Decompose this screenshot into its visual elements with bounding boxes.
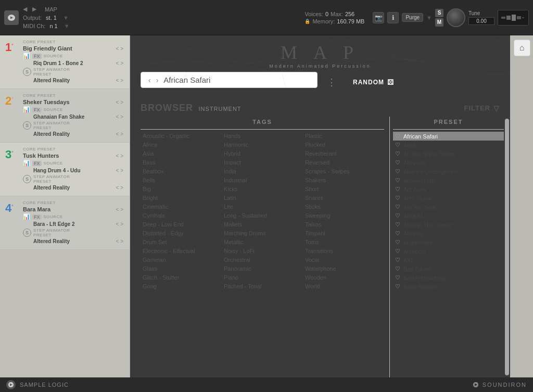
tag-item[interactable]: Reversed — [303, 158, 384, 167]
heart-icon[interactable]: ♡ — [395, 177, 400, 184]
layer-3-step-arrows[interactable]: < > — [116, 185, 123, 191]
layer-1-step-arrows[interactable]: < > — [116, 78, 123, 83]
tag-item[interactable]: Africa — [141, 141, 222, 149]
tag-item[interactable]: Impact — [222, 158, 303, 167]
heart-icon[interactable]: ♡ — [395, 221, 400, 228]
tag-item[interactable]: Shakers — [303, 176, 384, 184]
layer-2-step-arrows[interactable]: < > — [116, 131, 123, 137]
tag-item[interactable]: World — [303, 282, 384, 290]
heart-icon[interactable]: ♡ — [395, 168, 400, 175]
midi-dropdown[interactable]: ▼ — [64, 23, 70, 29]
preset-item[interactable]: ♡Bass Studies — [393, 282, 504, 291]
tag-item[interactable]: Drum Set — [141, 238, 222, 246]
tag-item[interactable]: Beatbox — [141, 167, 222, 175]
output-dropdown[interactable]: ▼ — [63, 15, 69, 21]
filter-button[interactable]: FILTER ▽ — [464, 104, 500, 112]
preset-item[interactable]: ♡Atrophy — [393, 229, 504, 238]
preset-item[interactable]: ♡Augmented — [393, 238, 504, 247]
purge-button[interactable]: Purge — [402, 13, 423, 22]
tag-item[interactable]: India — [222, 167, 303, 175]
tag-item[interactable]: Bells — [141, 176, 222, 184]
logo-icon[interactable] — [4, 10, 19, 25]
info-icon[interactable]: ℹ — [387, 12, 399, 23]
preset-item[interactable]: ♡Are We Safe — [393, 203, 504, 211]
tag-item[interactable]: Timpani — [303, 229, 384, 237]
preset-item[interactable]: ♡Ants Come — [393, 194, 504, 203]
preset-item[interactable]: ♡African Safari — [393, 132, 504, 141]
heart-icon[interactable]: ♡ — [395, 204, 400, 210]
tag-item[interactable]: Lite — [222, 203, 303, 211]
layer-3-source-arrows[interactable]: < > — [116, 168, 123, 173]
tag-item[interactable]: Distorted - Edgy — [141, 229, 222, 237]
preset-next-arrow[interactable]: › — [156, 76, 159, 84]
nav-arrow-left[interactable]: ◀ — [23, 6, 27, 12]
tag-item[interactable]: Glass — [141, 264, 222, 273]
preset-item[interactable]: ♡Alleyway — [393, 158, 504, 167]
tag-item[interactable]: Electronic - Effectual — [141, 247, 222, 255]
tag-item[interactable]: Plastic — [303, 132, 384, 140]
tag-item[interactable]: Reverberant — [303, 149, 384, 158]
layer-1-core-arrows[interactable]: < > — [116, 46, 123, 52]
tag-item[interactable]: Bright — [141, 194, 222, 202]
home-button[interactable]: ⌂ — [514, 40, 530, 56]
purge-dropdown[interactable]: ▼ — [426, 15, 432, 21]
random-button[interactable]: FILTER RANDOM ⚄ — [346, 74, 401, 90]
tag-item[interactable]: Big — [141, 185, 222, 193]
preset-item[interactable]: ♡Ant Army — [393, 185, 504, 194]
heart-icon[interactable]: ♡ — [395, 239, 400, 246]
tag-item[interactable]: Plucked — [303, 141, 384, 149]
tag-item[interactable]: Long - Sustained — [222, 211, 303, 220]
heart-icon[interactable]: ♡ — [395, 265, 400, 272]
preset-item[interactable]: ♡Autobots — [393, 247, 504, 256]
tag-item[interactable]: Cymbals — [141, 211, 222, 220]
tag-item[interactable]: Transitions — [303, 247, 384, 255]
tag-item[interactable]: Latin — [222, 194, 303, 202]
tag-item[interactable]: Kicks — [222, 185, 303, 193]
tune-knob[interactable] — [447, 8, 465, 27]
tag-item[interactable]: Marching Drums — [222, 229, 303, 237]
preset-scrollbar[interactable] — [505, 119, 509, 375]
layer-3-core-arrows[interactable]: < > — [116, 153, 123, 159]
tag-item[interactable]: Wooden — [303, 273, 384, 282]
heart-icon[interactable]: ♡ — [395, 212, 400, 219]
m-badge[interactable]: M — [435, 18, 443, 27]
tag-item[interactable]: Glitch - Stutter — [141, 273, 222, 282]
heart-icon[interactable]: ♡ — [395, 248, 400, 255]
tag-item[interactable]: Industrial — [222, 176, 303, 184]
tag-item[interactable]: Vocal — [303, 256, 384, 264]
tag-item[interactable]: Gong — [141, 282, 222, 290]
preset-item[interactable]: ♡Around The Corner — [393, 220, 504, 229]
tag-item[interactable]: Asia — [141, 149, 222, 158]
layer-2-source-arrows[interactable]: < > — [116, 114, 123, 120]
heart-icon[interactable]: ♡ — [395, 142, 400, 148]
layer-4-source-arrows[interactable]: < > — [116, 221, 123, 227]
preset-item[interactable]: ♡All The Shiny Things — [393, 149, 504, 158]
tag-item[interactable]: Sticks — [303, 203, 384, 211]
tag-item[interactable]: Hybrid — [222, 149, 303, 158]
preset-item[interactable]: ♡Barely Breathing — [393, 273, 504, 282]
tag-item[interactable]: Deep - Low End — [141, 220, 222, 229]
heart-icon[interactable]: ♡ — [395, 186, 400, 193]
tag-item[interactable]: Gamelan — [141, 256, 222, 264]
tag-item[interactable]: Piano — [222, 273, 303, 282]
tag-item[interactable]: Noisy - LoFi — [222, 247, 303, 255]
tag-item[interactable]: Metallic — [222, 238, 303, 246]
tag-item[interactable]: Bass — [141, 158, 222, 167]
tag-item[interactable]: Cinematic — [141, 203, 222, 211]
preset-item[interactable]: ♡Ancient Gifts — [393, 176, 504, 185]
camera-icon[interactable]: 📷 — [373, 12, 384, 23]
tag-item[interactable]: Mallets — [222, 220, 303, 229]
preset-item[interactable]: ♡Area 51 — [393, 211, 504, 220]
s-badge[interactable]: S — [435, 9, 443, 17]
preset-item[interactable]: ♡Alias — [393, 141, 504, 149]
heart-icon[interactable]: ♡ — [395, 230, 400, 237]
preset-item[interactable]: ♡Bad Bikers — [393, 264, 504, 273]
preset-prev-arrow[interactable]: ‹ — [148, 76, 151, 84]
heart-icon[interactable]: ♡ — [395, 150, 400, 157]
heart-icon[interactable]: ♡ — [395, 195, 400, 201]
tag-item[interactable]: Pitched - Tonal — [222, 282, 303, 290]
tag-item[interactable]: Waterphone — [303, 264, 384, 273]
tag-item[interactable]: Harmonic — [222, 141, 303, 149]
options-dots[interactable]: ⋮ — [327, 77, 336, 88]
tag-item[interactable]: Short — [303, 185, 384, 193]
